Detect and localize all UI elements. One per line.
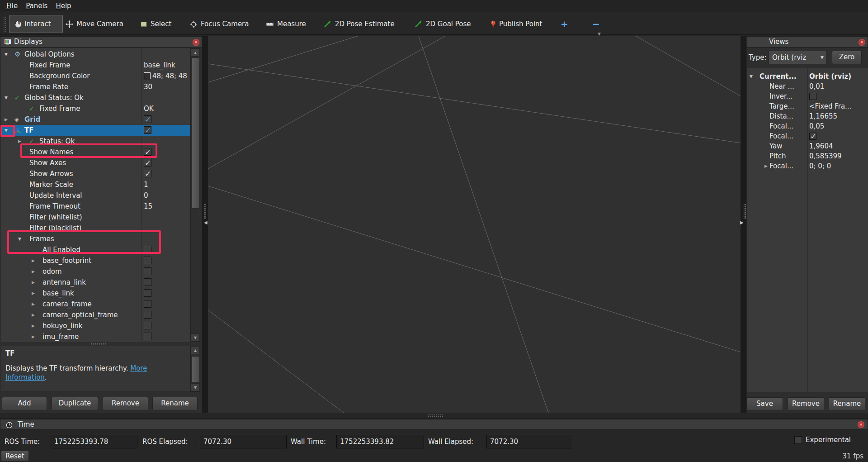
displays-row-base-footprint[interactable]: ▶base_footprint (1, 255, 190, 266)
menu-panels[interactable]: Panels (26, 2, 47, 10)
displays-scrollbar[interactable]: ▲ ▼ (190, 48, 200, 342)
row-value[interactable]: 15 (144, 201, 189, 212)
expander-closed-icon[interactable]: ▶ (764, 161, 768, 171)
row-checkbox[interactable] (144, 311, 151, 319)
expander-open-icon[interactable]: ▼ (750, 71, 753, 81)
scroll-up-icon[interactable]: ▲ (191, 346, 200, 354)
collapse-right-arrow-icon[interactable]: ▶ (740, 220, 744, 225)
displays-row-show-arrows[interactable]: Show Arrows (1, 168, 190, 179)
row-checkbox[interactable] (809, 93, 816, 100)
expander-open-icon[interactable]: ▼ (5, 125, 8, 136)
row-checkbox[interactable] (144, 246, 151, 253)
row-checkbox[interactable] (144, 170, 151, 177)
displays-row-fixed-frame[interactable]: ✓Fixed FrameOK (1, 103, 190, 114)
row-checkbox[interactable] (144, 115, 151, 123)
collapse-left-arrow-icon[interactable]: ◀ (204, 220, 208, 225)
scrollbar-thumb[interactable] (191, 57, 199, 209)
displays-row-filter-blacklist[interactable]: Filter (blacklist) (1, 223, 190, 233)
view-type-dropdown[interactable]: Orbit (rviz ▼ (769, 51, 826, 64)
tool-select[interactable]: Select (140, 15, 171, 33)
remove-button[interactable]: Remove (103, 397, 148, 410)
description-splitter-dots[interactable] (90, 343, 107, 345)
tool-plus-icon[interactable]: + (561, 15, 568, 33)
views-row-targe-3[interactable]: Targe...<Fixed Fra... (747, 101, 868, 111)
expander-closed-icon[interactable]: ▶ (32, 266, 35, 277)
tool-2d-pose-estimate[interactable]: 2D Pose Estimate (324, 15, 395, 33)
displays-row-show-names[interactable]: Show Names (1, 147, 190, 157)
right-splitter-dots[interactable] (743, 204, 746, 219)
row-value[interactable]: 0 (144, 190, 189, 201)
expander-closed-icon[interactable]: ▶ (32, 255, 35, 266)
row-checkbox[interactable] (144, 333, 151, 340)
row-value[interactable]: 0; 0; 0 (809, 161, 867, 171)
menu-file[interactable]: File (6, 2, 18, 10)
row-checkbox[interactable] (144, 126, 151, 134)
expander-closed-icon[interactable]: ▶ (32, 310, 35, 320)
scroll-down-icon[interactable]: ▼ (191, 383, 200, 391)
displays-row-show-axes[interactable]: Show Axes (1, 157, 190, 168)
time-close-icon[interactable]: × (858, 421, 864, 428)
row-checkbox[interactable] (144, 148, 151, 156)
bottom-splitter-dots[interactable] (427, 414, 443, 417)
tool-minus-icon[interactable]: − (592, 15, 600, 33)
row-checkbox[interactable] (144, 300, 151, 308)
description-scrollbar[interactable]: ▲ ▼ (190, 346, 200, 392)
displays-row-all-enabled[interactable]: All Enabled (1, 244, 190, 255)
menu-help[interactable]: Help (56, 2, 71, 10)
displays-row-fixed-frame[interactable]: Fixed Framebase_link (1, 60, 190, 71)
scroll-down-icon[interactable]: ▼ (191, 333, 200, 342)
toolbar-overflow-chevron-icon[interactable]: ▼ (598, 32, 601, 36)
row-value[interactable]: base_link (144, 60, 189, 71)
displays-row-odom[interactable]: ▶odom (1, 266, 190, 277)
tool-2d-goal-pose[interactable]: 2D Goal Pose (415, 15, 471, 33)
expander-closed-icon[interactable]: ▶ (32, 331, 35, 342)
row-checkbox[interactable] (144, 322, 151, 329)
expander-closed-icon[interactable]: ▶ (32, 277, 35, 288)
scrollbar-thumb[interactable] (191, 356, 199, 382)
toolbar-drag-handle[interactable] (3, 16, 6, 32)
views-row-near-1[interactable]: Near ...0,01 (747, 81, 868, 91)
ros-elapsed-field[interactable]: 7072.30 (200, 435, 287, 448)
displays-row-camera-optical-frame[interactable]: ▶camera_optical_frame (1, 310, 190, 320)
expander-closed-icon[interactable]: ▶ (5, 114, 8, 125)
views-rename-button[interactable]: Rename (829, 397, 865, 411)
add-button[interactable]: Add (2, 397, 47, 410)
displays-row-frame-rate[interactable]: Frame Rate30 (1, 81, 190, 92)
views-row-pitch-8[interactable]: Pitch0,585399 (747, 151, 868, 161)
displays-row-frame-timeout[interactable]: Frame Timeout15 (1, 201, 190, 212)
displays-row-frames[interactable]: ▼Frames (1, 233, 190, 244)
row-checkbox[interactable] (144, 278, 151, 286)
displays-row-grid[interactable]: ▶◈Grid (1, 114, 190, 125)
row-checkbox[interactable] (144, 267, 151, 275)
time-title-bar[interactable]: Time × (0, 419, 868, 430)
row-value[interactable]: 1,16655 (809, 111, 867, 121)
displays-row-imu-frame[interactable]: ▶imu_frame (1, 331, 190, 342)
displays-title-bar[interactable]: Displays × (0, 36, 202, 48)
views-row-focal-6[interactable]: Focal... (747, 131, 868, 141)
views-row-focal-5[interactable]: Focal...0,05 (747, 121, 868, 131)
displays-row-global-status-ok[interactable]: ▼✓Global Status: Ok (1, 92, 190, 103)
views-title-bar[interactable]: Views × (747, 36, 868, 48)
displays-row-background-color[interactable]: Background Color48; 48; 48 (1, 71, 190, 81)
views-row-dista-4[interactable]: Dista...1,16655 (747, 111, 868, 121)
row-value[interactable]: 48; 48; 48 (144, 71, 189, 81)
displays-row-camera-frame[interactable]: ▶camera_frame (1, 299, 190, 310)
views-close-icon[interactable]: × (859, 39, 865, 46)
views-row-focal-9[interactable]: ▶Focal...0; 0; 0 (747, 161, 868, 171)
row-checkbox[interactable] (144, 257, 151, 264)
displays-row-update-interval[interactable]: Update Interval0 (1, 190, 190, 201)
tool-focus-camera[interactable]: Focus Camera (190, 15, 249, 33)
row-value[interactable]: OK (144, 103, 189, 114)
views-row-yaw-7[interactable]: Yaw1,9604 (747, 141, 868, 151)
displays-row-filter-whitelist[interactable]: Filter (whitelist) (1, 212, 190, 223)
row-value[interactable]: 0,05 (809, 121, 867, 131)
expander-open-icon[interactable]: ▼ (5, 49, 8, 60)
displays-close-icon[interactable]: × (193, 39, 199, 46)
row-checkbox[interactable] (144, 159, 151, 167)
tool-move-camera[interactable]: Move Camera (66, 15, 123, 33)
displays-row-base-link[interactable]: ▶base_link (1, 288, 190, 299)
tool-measure[interactable]: Measure (266, 15, 306, 33)
expander-closed-icon[interactable]: ▶ (32, 299, 35, 310)
displays-row-status-ok[interactable]: ▶✓Status: Ok (1, 136, 190, 147)
left-splitter-dots[interactable] (203, 204, 206, 219)
